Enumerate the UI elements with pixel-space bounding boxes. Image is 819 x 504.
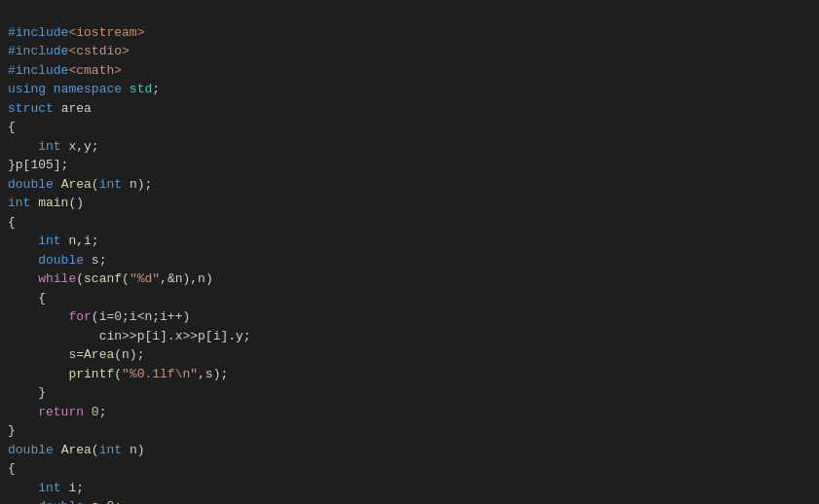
line-14: while(scanf("%d",&n),n) [8, 271, 213, 286]
line-17: cin>>p[i].x>>p[i].y; [8, 329, 251, 343]
line-21: return 0; [8, 405, 106, 419]
line-25: int i; [8, 481, 84, 495]
line-5: struct area [8, 101, 92, 116]
line-16: for(i=0;i<n;i++) [8, 309, 190, 324]
line-11: { [8, 215, 16, 230]
line-19: printf("%0.1lf\n",s); [8, 367, 228, 381]
line-15: { [8, 291, 46, 306]
line-13: double s; [8, 253, 106, 268]
line-23: double Area(int n) [8, 443, 144, 457]
line-22: } [8, 423, 16, 438]
line-24: { [8, 461, 16, 476]
code-editor: #include<iostream> #include<cstdio> #inc… [0, 0, 819, 504]
line-4: using namespace std; [8, 82, 160, 96]
line-1: #include<iostream> [8, 25, 144, 40]
line-20: } [8, 385, 46, 400]
line-10: int main() [8, 196, 84, 210]
line-26: double s=0; [8, 499, 122, 504]
line-9: double Area(int n); [8, 177, 152, 192]
line-7: int x,y; [8, 139, 99, 154]
line-6: { [8, 120, 16, 134]
line-3: #include<cmath> [8, 63, 122, 78]
line-2: #include<cstdio> [8, 44, 130, 58]
line-8: }p[105]; [8, 158, 68, 172]
line-12: int n,i; [8, 234, 99, 248]
line-18: s=Area(n); [8, 347, 144, 362]
